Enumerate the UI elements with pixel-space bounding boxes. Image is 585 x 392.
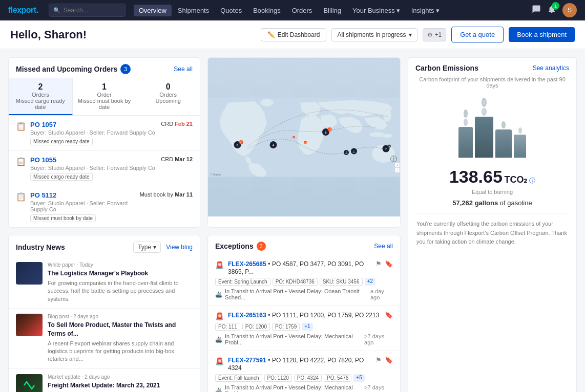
carbon-gallons-value: 57,262 gallons [452, 199, 498, 207]
news-body-1: For growing companies in the hand-over-f… [48, 279, 193, 303]
news-thumb-sell [16, 314, 43, 336]
exception-item-265685[interactable]: 🚨 FLEX-265685 • PO 4587, PO 3477, PO 309… [208, 255, 400, 306]
nav-quotes[interactable]: Quotes [215, 5, 247, 16]
svg-point-3 [382, 134, 392, 138]
nav-shipments[interactable]: Shipments [173, 5, 214, 16]
carbon-info-icon[interactable]: ⓘ [529, 177, 535, 184]
exc-tags-1: Event: Spring Launch PO: KDHD48736 SKU: … [215, 278, 393, 286]
nav-icons: 1 S [532, 3, 577, 17]
svg-point-5 [261, 99, 274, 106]
avatar[interactable]: S [562, 3, 577, 17]
svg-text:−: − [396, 168, 399, 171]
nav-insights[interactable]: Insights ▾ [406, 5, 445, 16]
exc-tags-2: PO: 111 PO: 1200 PO: 1759 +1 [215, 323, 393, 331]
missed-orders-count: 3 [120, 64, 131, 74]
exc-alert-icon1: 🚨 [215, 261, 224, 269]
exception-item-277591[interactable]: 🚨 FLEX-277591 • PO 1120, PO 4222, PO 782… [208, 351, 400, 392]
nav-overview[interactable]: Overview [134, 5, 172, 16]
news-meta-1: White paper · Today [48, 262, 193, 268]
svg-text:⚓: ⚓ [352, 150, 356, 154]
order-tab-upcoming[interactable]: 0 Orders Upcoming [136, 78, 200, 115]
order-alert-icon2: 📋 [16, 157, 26, 166]
exc-bookmark-icon3[interactable]: 🔖 [385, 356, 393, 364]
carbon-gallons: 57,262 gallons of gasoline [408, 199, 576, 213]
news-item-sell[interactable]: Blog post · 2 days ago To Sell More Prod… [9, 309, 200, 369]
chat-button[interactable] [532, 5, 541, 16]
exc-alert-icon3: 🚨 [215, 357, 224, 365]
nav-orders[interactable]: Orders [287, 5, 318, 16]
nav-billing[interactable]: Billing [318, 5, 346, 16]
exception-item-265163[interactable]: 🚨 FLEX-265163 • PO 1111, PO 1200, PO 175… [208, 306, 400, 351]
page-title: Hello, Sharon! [10, 28, 261, 41]
map-container[interactable]: 8 +1 4 1 1 6 +2 [208, 58, 400, 216]
carbon-header: Carbon Emissions See analytics [408, 58, 576, 76]
carbon-visual [408, 93, 576, 163]
news-view-blog[interactable]: View blog [166, 244, 193, 251]
carbon-equal-label: Equal to burning [408, 189, 576, 199]
svg-text:⚓: ⚓ [345, 151, 348, 155]
exc-status-3: 🚢 In Transit to Arrival Port • Vessel De… [215, 384, 393, 392]
carbon-description: Carbon footprint of your shipments deliv… [408, 76, 576, 93]
order-tab-missed-cargo[interactable]: 2 Orders Missed cargo ready date [9, 78, 73, 115]
filter-dropdown[interactable]: All shipments in progress ▾ [331, 28, 417, 41]
ship-icon3: 🚢 [215, 387, 222, 393]
notification-badge: 1 [552, 2, 559, 10]
carbon-see-analytics[interactable]: See analytics [533, 64, 569, 72]
exc-status-2: 🚢 In Transit to Arrival Port • Vessel De… [215, 333, 393, 345]
svg-text:© Mapbox: © Mapbox [211, 173, 221, 176]
exc-flag-icon1[interactable]: ⚑ [375, 260, 382, 268]
exc-bookmark-icon2[interactable]: 🔖 [385, 311, 393, 319]
missed-orders-see-all[interactable]: See all [174, 66, 193, 73]
main-content: Missed and Upcoming Orders 3 See all 2 O… [0, 49, 585, 392]
chevron-down-icon4: ▾ [153, 244, 156, 251]
search-bar[interactable]: 🔍 [49, 4, 126, 17]
news-meta-3: Market update · 2 days ago [48, 374, 193, 380]
carbon-gallons-label: of gasoline [500, 199, 532, 207]
exc-bookmark-icon1[interactable]: 🔖 [385, 260, 393, 268]
news-type-filter[interactable]: Type ▾ [133, 242, 161, 253]
filter-badge[interactable]: ⚙ +1 [423, 28, 447, 41]
order-item-1057[interactable]: 📋 PO 1057 Buyer: Studio Apparel · Seller… [9, 116, 200, 151]
svg-text:+2: +2 [328, 128, 331, 131]
order-tabs: 2 Orders Missed cargo ready date 1 Order… [9, 78, 200, 116]
chevron-down-icon3: ▾ [409, 31, 412, 38]
news-item-market[interactable]: Market update · 2 days ago Freight Marke… [9, 369, 200, 392]
carbon-value-display: 138.65 TCO₂ ⓘ [408, 163, 576, 189]
nav-your-business[interactable]: Your Business ▾ [347, 5, 405, 16]
nav-bookings[interactable]: Bookings [248, 5, 285, 16]
carbon-card: Carbon Emissions See analytics Carbon fo… [408, 57, 577, 392]
get-quote-button[interactable]: Get a quote [451, 27, 504, 42]
missed-orders-header: Missed and Upcoming Orders 3 See all [9, 58, 200, 78]
svg-text:+1: +1 [240, 141, 243, 144]
order-item-1055[interactable]: 📋 PO 1055 Buyer: Studio Apparel · Seller… [9, 151, 200, 186]
news-title: Industry News [16, 243, 65, 251]
exc-alert-icon2: 🚨 [215, 312, 224, 320]
exceptions-see-all[interactable]: See all [374, 243, 393, 250]
industry-news-card: Industry News Type ▾ View blog White pap… [8, 235, 200, 392]
header-actions: ✏️ Edit Dashboard All shipments in progr… [261, 27, 575, 42]
missed-orders-title: Missed and Upcoming Orders [16, 65, 117, 73]
carbon-unit: TCO₂ [505, 175, 528, 185]
search-icon: 🔍 [53, 7, 60, 14]
header-bar: Hello, Sharon! ✏️ Edit Dashboard All shi… [0, 20, 585, 49]
news-title-1: The Logistics Manager's Playbook [48, 269, 193, 278]
map-card: 8 +1 4 1 1 6 +2 [207, 57, 401, 228]
news-thumb-market [16, 374, 43, 392]
news-body-2: A recent Flexport webinar shares supply … [48, 340, 193, 363]
exc-status-1: 🚢 In Transit to Arrival Port • Vessel De… [215, 288, 393, 300]
notification-button[interactable]: 1 [547, 5, 556, 16]
exc-flag-icon3[interactable]: ⚑ [375, 356, 382, 364]
book-shipment-button[interactable]: Book a shipment [509, 27, 575, 42]
news-item-logistics[interactable]: White paper · Today The Logistics Manage… [9, 257, 200, 309]
chevron-down-icon2: ▾ [436, 7, 440, 14]
search-input[interactable] [64, 7, 121, 14]
news-title-3: Freight Market Update: March 23, 2021 [48, 381, 193, 390]
news-meta-2: Blog post · 2 days ago [48, 314, 193, 319]
exceptions-title: Exceptions [215, 242, 254, 250]
order-item-5112[interactable]: 📋 PO 5112 Buyer: Studio Apparel · Seller… [9, 186, 200, 227]
order-tab-missed-book[interactable]: 1 Order Missed must book by date [73, 78, 137, 115]
edit-icon: ✏️ [267, 31, 275, 38]
carbon-value: 138.65 [449, 167, 503, 186]
exceptions-header: Exceptions 3 See all [208, 235, 400, 255]
edit-dashboard-button[interactable]: ✏️ Edit Dashboard [261, 28, 327, 41]
